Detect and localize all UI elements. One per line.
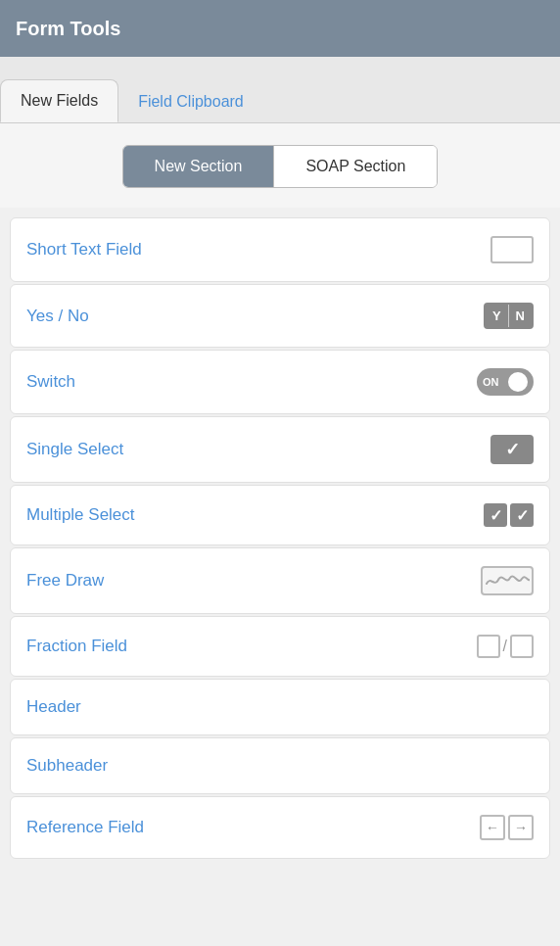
- section-toggle-wrap: New Section SOAP Section: [0, 123, 560, 208]
- header-field-label: Header: [26, 697, 81, 717]
- short-text-icon: [490, 236, 534, 263]
- new-section-button[interactable]: New Section: [123, 146, 274, 187]
- fraction-numerator-box: [477, 635, 500, 658]
- fraction-denominator-box: [510, 635, 534, 658]
- tab-field-clipboard[interactable]: Field Clipboard: [118, 81, 263, 122]
- checkbox-icon-1: ✓: [484, 503, 507, 527]
- single-select-icon: ✓: [490, 435, 534, 464]
- switch-field-row[interactable]: Switch ON: [10, 350, 550, 414]
- free-draw-icon: [481, 566, 534, 595]
- checkbox-icon-2: ✓: [510, 503, 534, 527]
- tab-new-fields[interactable]: New Fields: [0, 79, 118, 122]
- reference-field-row[interactable]: Reference Field ← →: [10, 796, 550, 859]
- reference-forward-icon: →: [508, 815, 534, 840]
- reference-field-label: Reference Field: [26, 818, 144, 837]
- switch-field-label: Switch: [26, 372, 75, 392]
- switch-icon: ON: [477, 368, 534, 396]
- fields-list: Short Text Field Yes / No Y N Switch ON …: [0, 208, 560, 869]
- subheader-field-label: Subheader: [26, 756, 108, 776]
- yes-no-field-row[interactable]: Yes / No Y N: [10, 284, 550, 348]
- free-draw-field-row[interactable]: Free Draw: [10, 547, 550, 614]
- short-text-field-row[interactable]: Short Text Field: [10, 217, 550, 282]
- section-toggle: New Section SOAP Section: [122, 145, 439, 188]
- subheader-field-row[interactable]: Subheader: [10, 737, 550, 794]
- header-field-row[interactable]: Header: [10, 679, 550, 735]
- app-header: Form Tools: [0, 0, 560, 57]
- app-title: Form Tools: [16, 18, 120, 40]
- free-draw-field-label: Free Draw: [26, 571, 104, 591]
- reference-back-icon: ←: [480, 815, 505, 840]
- soap-section-button[interactable]: SOAP Section: [273, 146, 437, 187]
- yes-no-icon: Y N: [484, 303, 534, 329]
- short-text-field-label: Short Text Field: [26, 240, 142, 260]
- tabs-bar: New Fields Field Clipboard: [0, 57, 560, 123]
- yes-no-field-label: Yes / No: [26, 307, 89, 326]
- multiple-select-field-row[interactable]: Multiple Select ✓ ✓: [10, 485, 550, 545]
- fraction-field-row[interactable]: Fraction Field /: [10, 616, 550, 677]
- fraction-icon: /: [477, 635, 534, 658]
- single-select-field-row[interactable]: Single Select ✓: [10, 416, 550, 483]
- single-select-field-label: Single Select: [26, 440, 123, 459]
- reference-icon: ← →: [480, 815, 534, 840]
- multiple-select-field-label: Multiple Select: [26, 505, 135, 525]
- multi-select-icon: ✓ ✓: [484, 503, 534, 527]
- fraction-field-label: Fraction Field: [26, 637, 127, 656]
